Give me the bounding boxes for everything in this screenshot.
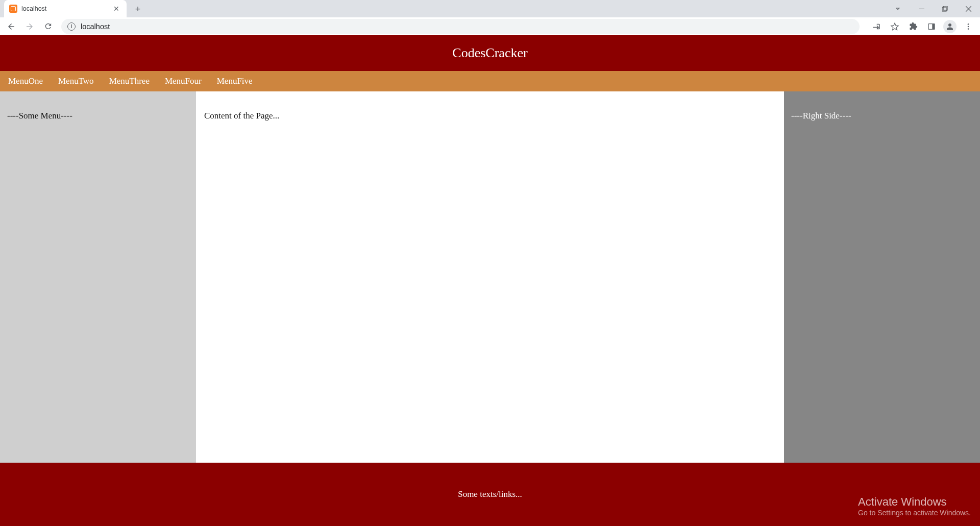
panel-icon <box>927 22 936 31</box>
minimize-icon <box>919 6 924 12</box>
right-sidebar: ----Right Side---- <box>784 91 980 463</box>
new-tab-button[interactable]: + <box>131 2 145 16</box>
minimize-button[interactable] <box>910 1 933 16</box>
puzzle-icon <box>909 22 918 31</box>
site-info-icon[interactable]: i <box>67 22 76 31</box>
nav-menu: MenuOne MenuTwo MenuThree MenuFour MenuF… <box>0 71 980 91</box>
menu-item-four[interactable]: MenuFour <box>165 76 202 86</box>
tab-search-button[interactable] <box>886 5 910 12</box>
sidepanel-button[interactable] <box>923 18 940 35</box>
toolbar-actions <box>868 18 977 35</box>
left-sidebar: ----Some Menu---- <box>0 91 196 463</box>
maximize-button[interactable] <box>933 1 957 16</box>
window-controls <box>886 0 980 17</box>
svg-point-3 <box>968 26 969 27</box>
menu-item-five[interactable]: MenuFive <box>217 76 253 86</box>
page-footer: Some texts/links... <box>0 463 980 526</box>
close-icon <box>966 6 971 12</box>
tab-title: localhost <box>21 5 107 12</box>
body-row: ----Some Menu---- Content of the Page...… <box>0 91 980 463</box>
main-content-text: Content of the Page... <box>204 111 279 121</box>
xampp-favicon-icon <box>9 5 17 13</box>
reload-button[interactable] <box>40 18 56 35</box>
forward-button[interactable] <box>21 18 38 35</box>
svg-rect-6 <box>942 7 946 11</box>
maximize-icon <box>942 6 948 12</box>
left-sidebar-text: ----Some Menu---- <box>7 111 72 121</box>
menu-button[interactable] <box>960 18 977 35</box>
bookmark-button[interactable] <box>886 18 903 35</box>
menu-item-three[interactable]: MenuThree <box>109 76 150 86</box>
back-button[interactable] <box>3 18 19 35</box>
svg-rect-5 <box>919 9 924 9</box>
site-title: CodesCracker <box>452 45 527 60</box>
arrow-right-icon <box>25 22 34 31</box>
address-bar[interactable]: i localhost <box>61 19 860 34</box>
svg-rect-7 <box>943 6 947 10</box>
menu-item-two[interactable]: MenuTwo <box>58 76 94 86</box>
page-viewport: CodesCracker MenuOne MenuTwo MenuThree M… <box>0 35 980 526</box>
url-text: localhost <box>81 22 110 31</box>
close-window-button[interactable] <box>957 1 980 16</box>
page-header: CodesCracker <box>0 35 980 71</box>
main-content: Content of the Page... <box>196 91 784 463</box>
tab-strip: localhost ✕ + <box>0 0 980 17</box>
profile-button[interactable] <box>941 18 959 35</box>
arrow-left-icon <box>7 22 16 31</box>
menu-item-one[interactable]: MenuOne <box>8 76 43 86</box>
extensions-button[interactable] <box>904 18 922 35</box>
share-button[interactable] <box>868 18 885 35</box>
avatar-icon <box>943 20 957 33</box>
svg-rect-1 <box>932 23 935 29</box>
svg-point-4 <box>968 28 969 30</box>
chevron-down-icon <box>894 5 901 12</box>
browser-chrome: localhost ✕ + i localhost <box>0 0 980 35</box>
browser-toolbar: i localhost <box>0 17 980 35</box>
right-sidebar-text: ----Right Side---- <box>791 111 851 121</box>
share-icon <box>872 22 881 31</box>
footer-text: Some texts/links... <box>458 489 522 499</box>
svg-point-2 <box>968 23 969 25</box>
kebab-icon <box>964 22 972 31</box>
browser-tab[interactable]: localhost ✕ <box>4 0 127 17</box>
star-icon <box>890 22 899 31</box>
reload-icon <box>44 22 53 31</box>
close-tab-icon[interactable]: ✕ <box>111 5 121 13</box>
